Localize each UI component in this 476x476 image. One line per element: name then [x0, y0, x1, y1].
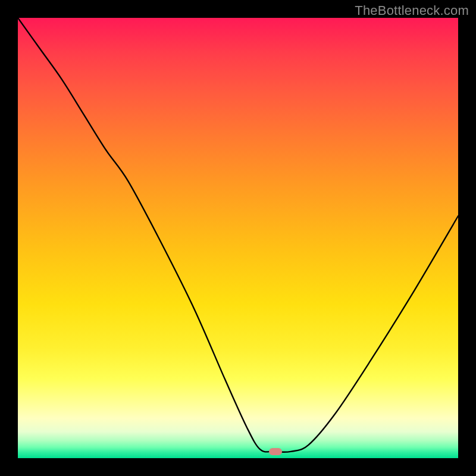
chart-frame: TheBottleneck.com	[0, 0, 476, 476]
plot-gradient-background	[18, 18, 458, 458]
watermark-text: TheBottleneck.com	[355, 3, 469, 18]
